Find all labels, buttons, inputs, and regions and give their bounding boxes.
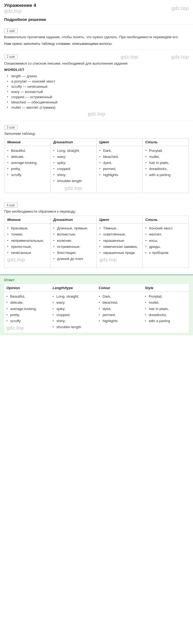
answer-cell-colour: Dark, bleached, dyed, permed, highlights [96,292,143,333]
list-item: Dark, [99,148,140,154]
answer-col4-header: Style [143,284,189,292]
step3-col4-header: Стиль [143,138,189,146]
step4-intro: При необходимости обратимся к переводу. [4,209,189,214]
step3-cell-opinion: Beautiful, delicate, average-looking, pr… [4,146,50,193]
step1-badge: 1 шаг [4,28,18,33]
list-item: delicate, [7,154,47,160]
step4-section: 4 шаг При необходимости обратимся к пере… [0,200,193,273]
header: Упражнение 4 gdz.top gdz.top [0,0,193,15]
step4-col2-header: Длина/тип [50,216,96,223]
list-item: Длинные, прямые; [53,225,93,231]
step2-intro: Ознакомимся со списком лексики, необходи… [4,61,189,66]
list-item: маллет, [145,231,186,237]
list-item: нечёсанные [7,250,47,256]
step1-highlight: Нам нужно заполнить таблицу словами, опи… [4,42,189,46]
list-item: permed, [99,312,141,318]
list-item: shoulder-length [53,178,93,184]
list-item: scruffy [6,318,48,324]
answer-table: Opinion Length/type Colour Style Beautif… [4,284,189,333]
wordlist: length — длина a ponytail — конский хвос… [7,73,189,110]
list-item: Beautiful, [7,148,47,154]
wordlist-item: length — длина [7,73,189,79]
list-item: Long, straight; [53,294,95,300]
list-item: spiky; [53,306,95,312]
list-item: spiky; [53,160,93,166]
list-item: highlights [99,318,141,324]
list-item: Long, straight; [53,148,93,154]
step3-col1-header: Мнение [4,138,50,146]
list-item: shoulder-length [53,324,95,330]
list-item: pretty, [6,312,48,318]
wordlist-item: a ponytail — конский хвост [7,79,189,84]
step4-table-body: Красивые, тонкие, непримечательные, прел… [4,224,189,268]
step3-col2-header: Длина/тип [50,138,96,146]
list-item: with a parting [145,172,186,178]
answer-col3-header: Colour [96,284,143,292]
wordlist-item: cropped — остриженный [7,94,189,100]
step2-watermark2: gdz.top [171,54,189,60]
step4-badge: 4 шаг [4,203,18,208]
step4-col3-header: Цвет [96,216,143,223]
step2-badge: 2 шаг [4,54,18,59]
wordlist-item: bleached — обесцвеченный [7,100,189,105]
list-item: average-looking, [7,160,47,166]
list-item: dreadlocks, [145,312,187,318]
list-item: Dark, [99,294,141,300]
exercise-title: Упражнение 4 gdz.top [4,3,36,14]
step3-section: 3 шаг Заполним таблицу. Мнение Длина/тип… [0,122,193,198]
watermark-header-2: gdz.top [171,6,189,11]
list-item: hair in plaits, [145,160,186,166]
list-item: косы, [145,238,186,244]
list-item: волнистые; [53,231,93,237]
list-item: Beautiful, [6,294,48,300]
list-item: колючие; [53,238,93,244]
page-subtitle: Подробное решение [4,17,189,22]
wordlist-item: mullet — маллет (стрижка) [7,105,189,110]
list-item: Конский хвост, [145,225,186,231]
list-item: остриженные; [53,244,93,250]
list-item: permed, [99,166,140,172]
step4-cell-colour: Тёмные , осветлённые, окрашенные, химиче… [96,224,143,268]
list-item: wavy; [53,300,95,306]
step4-watermark1: gdz.top [7,257,25,263]
step4-cell-opinion: Красивые, тонкие, непримечательные, прел… [4,224,50,268]
step2-watermarks: 2 шаг gdz.top gdz.top [4,54,189,61]
step2-watermark3: gdz.top [88,111,105,117]
step4-col4-header: Стиль [143,216,189,223]
list-item: окрашенные пряди [99,250,140,256]
list-item: Красивые, [7,225,47,231]
list-item: bleached, [99,154,140,160]
step3-cell-length: Long, straight; wavy; spiky; cropped; sh… [50,146,96,193]
list-item: shiny; [53,318,95,324]
list-item: average-looking, [6,306,48,312]
list-item: dyed, [99,306,141,312]
list-item: тонкие, [7,231,47,237]
step1-section: 1 шаг Внимательно прочитаем задание, что… [0,26,193,48]
watermark-header-1: gdz.top [4,8,22,14]
answer-label: Ответ [4,278,189,282]
subtitle-block: Подробное решение [0,17,193,23]
list-item: длиной до плеч [53,256,93,262]
list-item: Ponytail, [145,294,187,300]
answer-cell-length: Long, straight; wavy; spiky; cropped; sh… [50,292,97,333]
list-item: mullet, [145,300,187,306]
list-item: wavy; [53,154,93,160]
answer-col1-header: Opinion [4,284,50,292]
answer-watermark: gdz.top [6,325,24,331]
answer-table-body: Beautiful, delicate, average-looking, pr… [4,292,189,333]
step4-watermark2: gdz.top [99,257,117,263]
answer-cell-style: Ponytail, mullet, hair in plaits, dreadl… [143,292,189,333]
step3-table-body: Beautiful, delicate, average-looking, pr… [4,146,189,193]
list-item: окрашенные, [99,238,140,244]
step3-cell-style: Ponytail, mullet, hair in plaits, dreadl… [143,146,189,193]
list-item: с пробором [145,250,186,256]
step3-badge: 3 шаг [4,125,18,130]
list-item: осветлённые, [99,231,140,237]
step1-text: Внимательно прочитаем задание, чтобы пон… [4,34,189,40]
list-item: дреды, [145,244,186,250]
wordlist-label: WORDLIST [4,68,189,72]
step3-table: Мнение Длина/тип Цвет Стиль Beautiful, d… [4,138,189,193]
list-item: dreadlocks, [145,166,186,172]
list-item: cropped; [53,166,93,172]
list-item: delicate, [6,300,48,306]
